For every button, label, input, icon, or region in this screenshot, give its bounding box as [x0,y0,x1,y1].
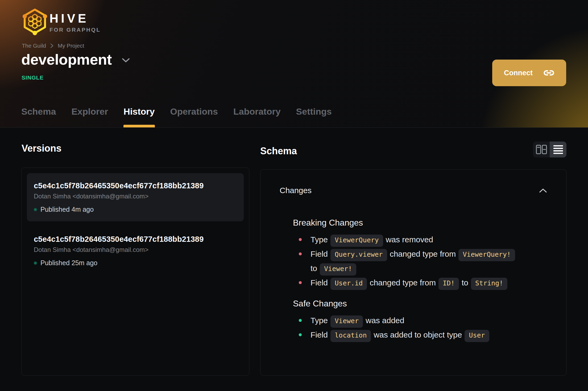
change-text: was added to object type [374,330,462,339]
changes-panel: Changes Breaking Changes TypeViewerQuery… [260,169,566,376]
changes-label: Changes [280,186,312,195]
tab-history[interactable]: History [123,106,155,127]
chevron-right-icon [50,43,53,48]
change-item: FieldUser.idchanged type fromID!toString… [293,276,547,290]
versions-list: c5e4c1c5f78b26465350e4ecf677cf188bb21389… [21,168,249,376]
view-toggle [533,142,566,157]
breadcrumb: The Guild My Project [22,43,84,49]
version-author: Dotan Simha <dotansimha@gmail.com> [34,193,237,200]
brand-tagline: FOR GRAPHQL [49,27,101,33]
code-chip: String! [471,278,507,290]
title-row: development [21,51,130,68]
tab-operations[interactable]: Operations [170,106,218,127]
code-chip: Query.viewer [330,249,387,261]
connect-button-label: Connect [504,69,533,77]
tab-explorer[interactable]: Explorer [71,106,108,127]
breaking-changes-list: TypeViewerQuerywas removed FieldQuery.vi… [293,232,547,290]
tab-settings[interactable]: Settings [296,106,332,127]
list-view-button[interactable] [550,142,566,157]
schema-heading: Schema [260,145,297,157]
environment-badge: SINGLE [22,74,44,81]
version-hash: c5e4c1c5f78b26465350e4ecf677cf188bb21389 [34,235,237,244]
change-text: Type [310,316,328,325]
version-status: Published 4m ago [34,206,237,213]
change-text: Field [310,249,328,258]
breadcrumb-project[interactable]: My Project [58,43,84,49]
page-title: development [21,51,112,68]
link-icon [543,67,555,79]
safe-changes-list: TypeViewerwas added Fieldlocationwas add… [293,313,547,342]
change-text: to [462,278,468,287]
code-chip: User.id [330,278,367,290]
code-chip: ViewerQuery! [458,249,515,261]
code-chip: ID! [438,278,459,290]
brand-name: HIVE [49,12,101,24]
main-content: Versions c5e4c1c5f78b26465350e4ecf677cf1… [0,128,588,391]
change-text: Type [310,235,328,244]
change-item: TypeViewerQuerywas removed [293,232,547,247]
diff-view-button[interactable] [533,142,550,157]
version-hash: c5e4c1c5f78b26465350e4ecf677cf188bb21389 [34,181,237,190]
version-status-text: Published 4m ago [40,206,94,213]
change-item: Fieldlocationwas added to object typeUse… [293,328,547,342]
change-text: was removed [386,235,433,244]
chevron-up-icon[interactable] [539,188,547,193]
code-chip: User [465,330,489,342]
change-text: was added [366,316,404,325]
safe-changes-title: Safe Changes [293,298,547,309]
version-author: Dotan Simha <dotansimha@gmail.com> [34,246,237,253]
changes-collapse-row[interactable]: Changes [280,186,547,195]
code-chip: Viewer [330,315,363,328]
change-text: to [310,264,317,273]
chevron-down-icon[interactable] [122,58,130,64]
brand-text: HIVE FOR GRAPHQL [49,12,101,33]
hive-logo-icon [21,7,48,37]
breaking-changes-title: Breaking Changes [293,217,547,228]
version-card[interactable]: c5e4c1c5f78b26465350e4ecf677cf188bb21389… [27,173,244,221]
change-text: Field [310,278,328,287]
change-text: Field [310,330,328,339]
published-dot-icon [34,208,37,211]
code-chip: Viewer! [320,263,356,276]
change-item: FieldQuery.viewerchanged type fromViewer… [293,247,547,276]
page-header: HIVE FOR GRAPHQL The Guild My Project de… [0,0,588,128]
code-chip: location [330,330,371,342]
breaking-changes-section: Breaking Changes TypeViewerQuerywas remo… [280,217,547,290]
safe-changes-section: Safe Changes TypeViewerwas added Fieldlo… [280,298,547,342]
change-text: changed type from [370,278,436,287]
breadcrumb-org[interactable]: The Guild [22,43,46,49]
version-status-text: Published 25m ago [40,259,97,267]
versions-heading: Versions [22,143,61,154]
tab-bar: Schema Explorer History Operations Labor… [21,106,332,127]
schema-header: Schema [260,142,566,157]
tab-schema[interactable]: Schema [21,106,56,127]
version-card[interactable]: c5e4c1c5f78b26465350e4ecf677cf188bb21389… [27,227,244,275]
columns-icon [536,145,547,154]
change-item: TypeViewerwas added [293,313,547,328]
tab-laboratory[interactable]: Laboratory [233,106,281,127]
version-status: Published 25m ago [34,259,237,267]
connect-button[interactable]: Connect [492,60,566,86]
change-text: changed type from [390,249,456,258]
published-dot-icon [34,261,37,265]
code-chip: ViewerQuery [330,235,383,247]
list-icon [553,145,563,154]
